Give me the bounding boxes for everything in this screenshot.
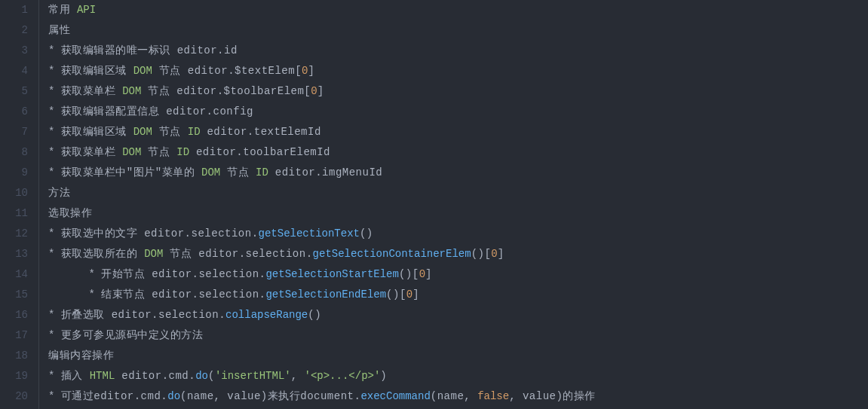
code-token: 节点 editor.$textElem[ — [152, 65, 302, 77]
code-line[interactable]: 常用 API — [48, 0, 868, 20]
line-number: 4 — [0, 61, 28, 81]
code-line[interactable]: * 获取编辑区域 DOM 节点 ID editor.textElemId — [48, 122, 868, 142]
code-token: ] — [317, 85, 324, 97]
code-token: ( — [208, 370, 215, 382]
code-token: API — [77, 4, 96, 16]
code-token: 0 — [491, 248, 497, 260]
code-line[interactable]: * 获取选取所在的 DOM 节点 editor.selection.getSel… — [48, 244, 868, 264]
code-line[interactable]: 选取操作 — [48, 203, 868, 224]
code-editor[interactable]: 1234567891011121314151617181920 常用 API属性… — [0, 0, 868, 409]
code-token: 获取选取所在的 — [61, 248, 144, 260]
code-token: 获取编辑区域 — [61, 65, 133, 77]
code-token: , — [291, 370, 305, 382]
code-token: getSelectionStartElem — [265, 268, 398, 280]
code-line[interactable]: 编辑内容操作 — [48, 346, 868, 366]
code-token — [48, 288, 88, 301]
code-token: editor.imgMenuId — [268, 166, 382, 179]
code-token: 节点 — [141, 146, 176, 158]
code-token: 编辑内容操作 — [48, 349, 114, 362]
code-token: (name, — [431, 390, 477, 402]
code-line[interactable]: * 获取选中的文字 editor.selection.getSelectionT… — [48, 224, 868, 244]
code-token: 选取操作 — [48, 207, 92, 219]
code-token: ] — [308, 65, 314, 77]
code-token: * — [88, 288, 101, 301]
code-line[interactable]: * 获取编辑区域 DOM 节点 editor.$textElem[0] — [48, 61, 868, 81]
code-token: * — [48, 44, 61, 56]
code-token: getSelectionText — [259, 227, 360, 240]
code-token: DOM — [122, 85, 141, 97]
code-line[interactable]: 方法 — [48, 183, 868, 203]
code-token: '<p>...</p>' — [305, 370, 381, 382]
code-token: (name, value)来执行document. — [180, 390, 360, 402]
code-token: * — [48, 146, 61, 158]
code-line[interactable]: * 获取编辑器配置信息 editor.config — [48, 102, 868, 122]
code-token: ()[ — [399, 268, 419, 280]
code-token: () — [308, 309, 321, 321]
code-token: 方法 — [48, 187, 70, 199]
code-token: ] — [498, 248, 505, 260]
code-line[interactable]: * 更多可参见源码中定义的方法 — [48, 325, 868, 346]
code-line[interactable]: * 结束节点 editor.selection.getSelectionEndE… — [48, 285, 868, 305]
code-token: 结束节点 editor.selection. — [101, 288, 265, 301]
line-number: 14 — [0, 264, 28, 285]
code-token: getSelectionContainerElem — [313, 248, 471, 260]
code-token: * — [48, 85, 61, 97]
code-token: editor.textElemId — [201, 126, 321, 138]
code-token: collapseRange — [225, 309, 308, 321]
code-token: 0 — [419, 268, 425, 280]
code-token: ID — [176, 146, 189, 158]
line-number: 8 — [0, 142, 28, 163]
code-token: 更多可参见源码中定义的方法 — [61, 329, 204, 341]
code-token: 获取菜单栏 — [61, 146, 122, 158]
code-token: editor.toolbarElemId — [189, 146, 330, 158]
line-number: 20 — [0, 386, 28, 407]
code-area[interactable]: 常用 API属性* 获取编辑器的唯一标识 editor.id* 获取编辑区域 D… — [39, 0, 868, 409]
code-line[interactable]: * 获取菜单栏 DOM 节点 ID editor.toolbarElemId — [48, 142, 868, 163]
code-token: 开始节点 editor.selection. — [101, 268, 265, 280]
line-number: 11 — [0, 203, 28, 224]
line-number: 13 — [0, 244, 28, 264]
code-token: ID — [188, 126, 201, 138]
line-number: 1 — [0, 0, 28, 20]
code-line[interactable]: * 开始节点 editor.selection.getSelectionStar… — [48, 264, 868, 285]
code-line[interactable]: * 获取编辑器的唯一标识 editor.id — [48, 41, 868, 61]
code-token: ()[ — [386, 288, 406, 301]
line-number: 10 — [0, 183, 28, 203]
code-token: () — [360, 227, 373, 240]
code-token: 'insertHTML' — [215, 370, 291, 382]
code-token: editor.cmd. — [115, 370, 195, 382]
code-token: * — [48, 329, 61, 341]
code-line[interactable]: * 插入 HTML editor.cmd.do('insertHTML', '<… — [48, 366, 868, 386]
code-line[interactable]: * 折叠选取 editor.selection.collapseRange() — [48, 305, 868, 325]
code-token: 获取编辑区域 — [61, 126, 133, 138]
code-token: * — [48, 126, 61, 138]
code-line[interactable]: * 可通过editor.cmd.do(name, value)来执行docume… — [48, 386, 868, 407]
code-token: execCommand — [360, 390, 430, 402]
code-token: 插入 — [61, 370, 90, 382]
code-token: 获取菜单栏 — [61, 85, 122, 97]
code-token: 获取编辑器的唯一标识 editor.id — [61, 44, 238, 56]
code-line[interactable]: * 获取菜单栏中"图片"菜单的 DOM 节点 ID editor.imgMenu… — [48, 163, 868, 183]
code-token: 节点 editor.selection. — [163, 248, 312, 260]
line-number: 15 — [0, 285, 28, 305]
line-number: 9 — [0, 163, 28, 183]
line-number: 5 — [0, 81, 28, 102]
code-token: DOM — [133, 126, 152, 138]
code-line[interactable]: * 获取菜单栏 DOM 节点 editor.$toolbarElem[0] — [48, 81, 868, 102]
code-token: false — [477, 390, 509, 402]
line-number: 17 — [0, 325, 28, 346]
code-token: * — [48, 248, 61, 260]
code-token: * — [48, 65, 61, 77]
code-token: 属性 — [48, 24, 70, 36]
code-token: 节点 — [220, 166, 256, 179]
code-line[interactable]: 属性 — [48, 20, 868, 41]
code-token: ) — [380, 370, 387, 382]
code-token: * — [48, 309, 61, 321]
code-token: 常用 — [48, 4, 77, 16]
code-token: 折叠选取 editor.selection. — [61, 309, 225, 321]
code-token: * — [48, 105, 61, 118]
code-token: 0 — [311, 85, 317, 97]
line-number: 2 — [0, 20, 28, 41]
code-token: * — [48, 370, 61, 382]
code-token: ID — [256, 166, 268, 179]
